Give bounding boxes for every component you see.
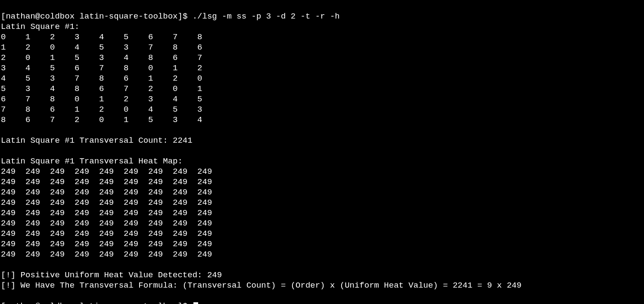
prompt-line-1: [nathan@coldbox latin-square-toolbox]$ .… [1,12,340,21]
heatmap-row: 249 249 249 249 249 249 249 249 249 [1,239,212,249]
square-row: 4 5 3 7 8 6 1 2 0 [1,74,202,83]
square-row: 5 3 4 8 6 7 2 0 1 [1,84,202,94]
detection-message: [!] Positive Uniform Heat Value Detected… [1,270,222,280]
prompt-user-host: [nathan@coldbox [1,12,75,21]
square-row: 8 6 7 2 0 1 5 3 4 [1,115,202,125]
formula-message: [!] We Have The Transversal Formula: (Tr… [1,281,522,290]
heatmap-row: 249 249 249 249 249 249 249 249 249 [1,229,212,238]
prompt-dir: latin-square-toolbox]$ [79,301,187,304]
heatmap-row: 249 249 249 249 249 249 249 249 249 [1,177,212,187]
square-row: 1 2 0 4 5 3 7 8 6 [1,43,202,52]
square-row: 2 0 1 5 3 4 8 6 7 [1,53,202,63]
transversal-count: Latin Square #1 Transversal Count: 2241 [1,136,193,145]
square-row: 0 1 2 3 4 5 6 7 8 [1,32,202,42]
heatmap-row: 249 249 249 249 249 249 249 249 249 [1,188,212,197]
command-text: ./lsg -m ss -p 3 -d 2 -t -r -h [193,12,340,21]
square-row: 3 4 5 6 7 8 0 1 2 [1,63,202,73]
heatmap-row: 249 249 249 249 249 249 249 249 249 [1,250,212,259]
heatmap-row: 249 249 249 249 249 249 249 249 249 [1,219,212,228]
prompt-line-2[interactable]: [nathan@coldbox latin-square-toolbox]$ [1,301,198,304]
heatmap-row: 249 249 249 249 249 249 249 249 249 [1,167,212,176]
square-header: Latin Square #1: [1,22,79,31]
cursor-icon [193,302,198,304]
square-row: 7 8 6 1 2 0 4 5 3 [1,105,202,114]
heatmap-row: 249 249 249 249 249 249 249 249 249 [1,208,212,218]
heatmap-row: 249 249 249 249 249 249 249 249 249 [1,198,212,207]
square-row: 6 7 8 0 1 2 3 4 5 [1,94,202,104]
terminal-output[interactable]: [nathan@coldbox latin-square-toolbox]$ .… [1,1,643,304]
heatmap-header: Latin Square #1 Transversal Heat Map: [1,157,183,166]
prompt-dir: latin-square-toolbox]$ [79,12,187,21]
prompt-user-host: [nathan@coldbox [1,301,75,304]
